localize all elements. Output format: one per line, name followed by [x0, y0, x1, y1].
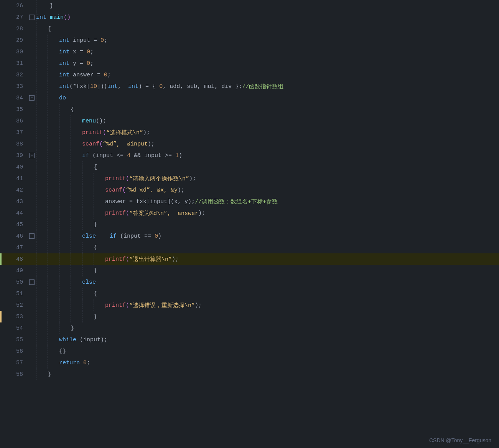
indent-guide [48, 138, 48, 150]
line-number: 43 [0, 198, 28, 205]
indent-guide [82, 196, 82, 207]
fold-area[interactable]: − [28, 95, 36, 101]
code-content-wrapper: printf(“选择错误，重新选择\n”); [36, 299, 499, 311]
line-number: 39 [0, 152, 28, 159]
indent-guide [36, 173, 36, 184]
indent-guide [82, 265, 82, 276]
code-line: 44printf(“答案为%d\n”, answer); [0, 207, 499, 219]
token: && input >= [130, 152, 175, 159]
indent-guide [82, 299, 82, 311]
code-text: if (input <= 4 && input >= 1) [36, 150, 182, 161]
indent-guide [71, 242, 71, 253]
token: int [59, 37, 73, 44]
token: main [50, 14, 64, 21]
indent-guide [36, 0, 36, 12]
fold-area[interactable]: − [28, 233, 36, 239]
code-text: {} [36, 346, 66, 357]
token: } [94, 314, 97, 320]
token: ) = { [138, 83, 159, 90]
token: printf [105, 302, 126, 309]
fold-area[interactable]: − [28, 279, 36, 285]
indent-guide [36, 92, 36, 104]
token: { [94, 291, 97, 297]
code-text: scanf(“%d”, &input); [36, 138, 155, 150]
fold-area[interactable]: − [28, 15, 36, 20]
code-text: { [36, 23, 51, 35]
yellow-bar [0, 311, 2, 322]
token: ); [178, 187, 184, 193]
indent-guide [48, 288, 48, 299]
line-number: 31 [0, 60, 28, 67]
indent-guide [48, 265, 48, 276]
token: ( [122, 187, 126, 193]
token: ) [158, 233, 161, 240]
token: 0 [83, 360, 87, 366]
indent-guide [36, 69, 36, 81]
indent-guide [36, 81, 36, 92]
token: ( [126, 210, 129, 217]
line-number: 40 [0, 164, 28, 170]
token: else [82, 233, 110, 240]
indent-guide [94, 299, 94, 311]
watermark: CSDN @Tony__Ferguson [429, 437, 491, 443]
code-text: { [36, 242, 97, 253]
code-content-wrapper: } [36, 219, 499, 230]
indent-guide [71, 288, 71, 299]
indent-guide [36, 138, 36, 150]
code-text: while (input); [36, 334, 107, 346]
indent-guide [36, 58, 36, 69]
code-content-wrapper: else [36, 276, 499, 288]
indent-guide [48, 150, 48, 161]
code-line: 48printf(“退出计算器\n”); [0, 253, 499, 265]
line-number: 33 [0, 83, 28, 90]
indent-guide [36, 311, 36, 322]
code-line: 39−if (input <= 4 && input >= 1) [0, 150, 499, 161]
code-text: } [36, 311, 97, 322]
indent-guide [36, 265, 36, 276]
code-text: { [36, 288, 97, 299]
indent-guide [36, 219, 36, 230]
code-line: 32int answer = 0; [0, 69, 499, 81]
indent-guide [71, 311, 71, 322]
token: printf [105, 175, 126, 182]
token: () [64, 14, 71, 21]
code-line: 38scanf(“%d”, &input); [0, 138, 499, 150]
code-line: 33int(*fxk[10])(int, int) = { 0, add, su… [0, 81, 499, 92]
indent-guide [71, 219, 71, 230]
indent-guide [36, 242, 36, 253]
indent-guide [71, 115, 71, 127]
code-text: } [36, 0, 53, 12]
token: “答案为%d\n”, answer [129, 210, 198, 217]
code-content-wrapper: scanf(“%d”, &input); [36, 138, 499, 150]
indent-guide [36, 127, 36, 138]
indent-guide [71, 173, 71, 184]
code-content-wrapper: {} [36, 346, 499, 357]
indent-guide [71, 265, 71, 276]
line-number: 47 [0, 245, 28, 251]
code-text: int main() [36, 12, 71, 23]
code-content-wrapper: answer = fxk[input](x, y);//调用函数：数组名+下标+… [36, 196, 499, 207]
token: ; [107, 72, 111, 78]
indent-guide [94, 184, 94, 196]
token: { [71, 106, 74, 113]
token: { [94, 245, 97, 251]
token: ( [103, 129, 106, 136]
token: int [128, 83, 138, 90]
code-content-wrapper: printf(“答案为%d\n”, answer); [36, 207, 499, 219]
indent-guide [82, 173, 82, 184]
line-number: 50 [0, 279, 28, 286]
indent-guide [82, 219, 82, 230]
indent-guide [48, 127, 48, 138]
token: scanf [105, 187, 122, 193]
code-text: printf(“退出计算器\n”); [36, 253, 179, 265]
line-number: 36 [0, 118, 28, 124]
code-content-wrapper: int main() [36, 12, 499, 23]
indent-guide [71, 196, 71, 207]
indent-guide [36, 276, 36, 288]
indent-guide [82, 184, 82, 196]
indent-guide [48, 115, 48, 127]
indent-guide [59, 127, 59, 138]
fold-area[interactable]: − [28, 153, 36, 158]
code-content-wrapper: { [36, 23, 499, 35]
token: “退出计算器\n” [129, 256, 172, 263]
